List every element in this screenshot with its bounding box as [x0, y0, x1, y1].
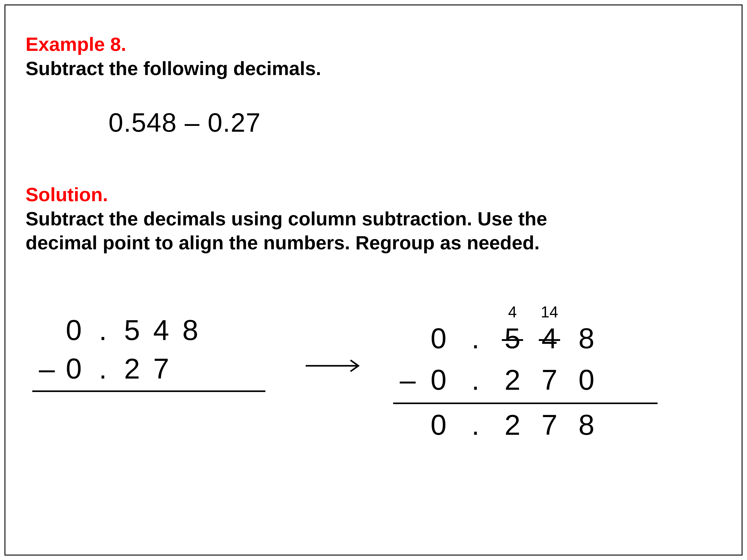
left-bottom-d0: 0 [59, 349, 88, 388]
right-result-d3: 8 [568, 404, 605, 446]
right-bottom-d3: 0 [568, 359, 605, 401]
right-result-d1: 2 [494, 404, 531, 446]
right-result-dot: . [457, 404, 494, 446]
left-bottom-dot: . [88, 349, 118, 388]
right-bottom-row: – 0 . 2 7 0 [395, 359, 658, 401]
example-heading: Example 8. Subtract the following decima… [26, 32, 721, 80]
left-top-d2: 4 [147, 311, 176, 350]
left-top-spacer [34, 311, 59, 350]
right-top-row: 0 . 5 4 8 [395, 318, 658, 359]
subtraction-left: 0 . 5 4 8 – 0 . 2 7 [34, 311, 265, 392]
left-minus: – [34, 349, 59, 388]
right-result-d2: 7 [531, 404, 568, 446]
right-bottom-d2: 7 [531, 359, 568, 401]
left-bottom-d3 [176, 349, 205, 388]
left-bottom-d2: 7 [147, 349, 176, 388]
carry-spacer [395, 304, 420, 320]
right-bottom-d0: 0 [420, 359, 457, 401]
work-area: 0 . 5 4 8 – 0 . 2 7 [26, 304, 721, 506]
solution-label: Solution. [26, 184, 108, 205]
right-top-spacer [395, 318, 420, 359]
right-top-dot: . [457, 318, 494, 359]
left-top-d0: 0 [59, 311, 88, 350]
subtraction-right: 4 14 0 . 5 4 8 – 0 . 2 7 0 [395, 304, 658, 446]
right-result-spacer [395, 404, 420, 446]
left-top-d3: 8 [176, 311, 205, 350]
left-top-dot: . [88, 311, 118, 350]
strike-d2: 4 [541, 318, 558, 359]
strike-d1: 5 [505, 318, 520, 359]
instruction-text: Subtract the following decimals. [26, 58, 321, 79]
right-bottom-d1: 2 [494, 359, 531, 401]
right-result-row: 0 . 2 7 8 [395, 404, 658, 446]
solution-block: Solution. Subtract the decimals using co… [26, 183, 721, 255]
right-result-d0: 0 [420, 404, 457, 446]
example-label: Example 8. [26, 33, 126, 55]
right-top-d2: 4 [531, 318, 568, 359]
left-rule [32, 391, 265, 392]
left-bottom-row: – 0 . 2 7 [34, 349, 265, 388]
right-top-d0: 0 [420, 318, 457, 359]
right-top-d3: 8 [568, 318, 605, 359]
page-frame: Example 8. Subtract the following decima… [4, 4, 743, 556]
solution-text: Subtract the decimals using column subtr… [26, 207, 563, 255]
left-bottom-d1: 2 [118, 349, 147, 388]
right-minus: – [395, 359, 420, 401]
right-rule [393, 402, 658, 404]
left-top-row: 0 . 5 4 8 [34, 311, 265, 350]
right-bottom-dot: . [457, 359, 494, 401]
left-top-d1: 5 [118, 311, 147, 350]
right-top-d1: 5 [494, 318, 531, 359]
arrow-icon [306, 364, 364, 368]
problem-expression: 0.548 – 0.27 [108, 107, 721, 138]
